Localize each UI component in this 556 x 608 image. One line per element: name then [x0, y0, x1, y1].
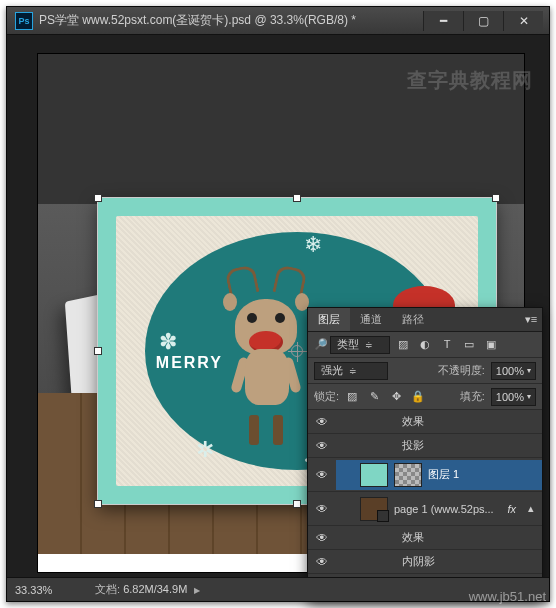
- chevron-down-icon: ▾: [527, 366, 531, 375]
- transform-center-icon[interactable]: [291, 345, 303, 357]
- snowflake-icon: ✽: [159, 329, 177, 355]
- layer-page1-name: page 1 (www.52ps...: [394, 503, 501, 515]
- tab-paths[interactable]: 路径: [392, 308, 434, 331]
- tab-layers[interactable]: 图层: [308, 308, 350, 331]
- transform-handle-bm[interactable]: [293, 500, 301, 508]
- chevron-down-icon: ▾: [527, 392, 531, 401]
- lock-all-icon[interactable]: 🔒: [411, 390, 425, 403]
- filter-type-icon[interactable]: T: [440, 338, 454, 351]
- layer-1-name: 图层 1: [428, 467, 538, 482]
- chevron-down-icon: ≑: [365, 340, 373, 350]
- transform-handle-bl[interactable]: [94, 500, 102, 508]
- inner-shadow-label: 内阴影: [402, 554, 538, 569]
- title-bar: Ps PS学堂 www.52psxt.com(圣诞贺卡).psd @ 33.3%…: [7, 7, 549, 35]
- layer-list: 👁 效果 👁 投影 👁 图层 1 👁: [308, 410, 542, 600]
- blend-row: 强光 ≑ 不透明度: 100% ▾: [308, 358, 542, 384]
- fx-label: 效果: [402, 530, 538, 545]
- layer-fx-row[interactable]: 👁 效果: [308, 526, 542, 550]
- doc-size-label: 文档:: [95, 583, 120, 595]
- layer-page1-row[interactable]: 👁 page 1 (www.52ps... fx ▴: [308, 492, 542, 526]
- snowflake-icon: ✲: [196, 437, 214, 463]
- fill-field[interactable]: 100% ▾: [491, 388, 536, 406]
- app-window: Ps PS学堂 www.52psxt.com(圣诞贺卡).psd @ 33.3%…: [6, 6, 550, 602]
- minimize-button[interactable]: ━: [423, 11, 463, 31]
- window-title: PS学堂 www.52psxt.com(圣诞贺卡).psd @ 33.3%(RG…: [39, 12, 423, 29]
- layer-thumbnail[interactable]: [360, 497, 388, 521]
- opacity-value: 100%: [496, 365, 524, 377]
- filter-adjust-icon[interactable]: ◐: [418, 338, 432, 351]
- layer-1-row[interactable]: 👁 图层 1: [308, 458, 542, 492]
- lock-position-icon[interactable]: ✥: [389, 390, 403, 403]
- visibility-toggle[interactable]: 👁: [308, 555, 336, 569]
- ps-logo-icon: Ps: [15, 12, 33, 30]
- visibility-toggle[interactable]: 👁: [308, 502, 336, 516]
- opacity-label: 不透明度:: [438, 363, 485, 378]
- status-menu-icon[interactable]: ▶: [194, 586, 200, 595]
- lock-label: 锁定:: [314, 389, 339, 404]
- fx-label: 效果: [402, 414, 538, 429]
- filter-smart-icon[interactable]: ▣: [484, 338, 498, 351]
- layer-thumbnail[interactable]: [360, 463, 388, 487]
- layer-dropshadow-row[interactable]: 👁 投影: [308, 434, 542, 458]
- transform-handle-tr[interactable]: [492, 194, 500, 202]
- filter-pixel-icon[interactable]: ▨: [396, 338, 410, 351]
- doc-size-value: 6.82M/34.9M: [123, 583, 187, 595]
- blend-mode-select[interactable]: 强光 ≑: [314, 362, 388, 380]
- layer-mask-thumbnail[interactable]: [394, 463, 422, 487]
- lock-row: 锁定: ▨ ✎ ✥ 🔒 填充: 100% ▾: [308, 384, 542, 410]
- merry-text: MERRY: [156, 354, 223, 372]
- blend-mode-value: 强光: [321, 363, 343, 378]
- status-bar: 33.33% 文档: 6.82M/34.9M ▶: [7, 577, 549, 601]
- layer-innershadow-row[interactable]: 👁 内阴影: [308, 550, 542, 574]
- layer-fx-row[interactable]: 👁 效果: [308, 410, 542, 434]
- layers-panel: 图层 通道 路径 ▾≡ 🔎 类型 ≑ ▨ ◐ T ▭ ▣ 强光 ≑: [307, 307, 543, 601]
- transform-handle-tm[interactable]: [293, 194, 301, 202]
- transform-handle-tl[interactable]: [94, 194, 102, 202]
- visibility-toggle[interactable]: 👁: [308, 468, 336, 482]
- search-icon[interactable]: 🔎: [314, 338, 324, 351]
- kind-select[interactable]: 类型 ≑: [330, 336, 390, 354]
- close-button[interactable]: ✕: [503, 11, 543, 31]
- filter-icons: ▨ ◐ T ▭ ▣: [396, 338, 498, 351]
- lock-icons: ▨ ✎ ✥ 🔒: [345, 390, 425, 403]
- fill-value: 100%: [496, 391, 524, 403]
- window-controls: ━ ▢ ✕: [423, 11, 543, 31]
- kind-label: 类型: [337, 337, 359, 352]
- visibility-toggle[interactable]: 👁: [308, 415, 336, 429]
- filter-shape-icon[interactable]: ▭: [462, 338, 476, 351]
- panel-tabs: 图层 通道 路径 ▾≡: [308, 308, 542, 332]
- tab-channels[interactable]: 通道: [350, 308, 392, 331]
- fx-badge: fx: [507, 503, 518, 515]
- filter-row: 🔎 类型 ≑ ▨ ◐ T ▭ ▣: [308, 332, 542, 358]
- fx-twirl-icon[interactable]: ▴: [524, 502, 538, 515]
- chevron-down-icon: ≑: [349, 366, 357, 376]
- zoom-value[interactable]: 33.33%: [15, 584, 77, 596]
- lock-transparent-icon[interactable]: ▨: [345, 390, 359, 403]
- lock-pixels-icon[interactable]: ✎: [367, 390, 381, 403]
- opacity-field[interactable]: 100% ▾: [491, 362, 536, 380]
- maximize-button[interactable]: ▢: [463, 11, 503, 31]
- transform-handle-ml[interactable]: [94, 347, 102, 355]
- fill-label: 填充:: [460, 389, 485, 404]
- visibility-toggle[interactable]: 👁: [308, 531, 336, 545]
- panel-menu-icon[interactable]: ▾≡: [520, 313, 542, 326]
- visibility-toggle[interactable]: 👁: [308, 439, 336, 453]
- snowflake-icon: ❄: [304, 232, 322, 258]
- drop-shadow-label: 投影: [402, 438, 538, 453]
